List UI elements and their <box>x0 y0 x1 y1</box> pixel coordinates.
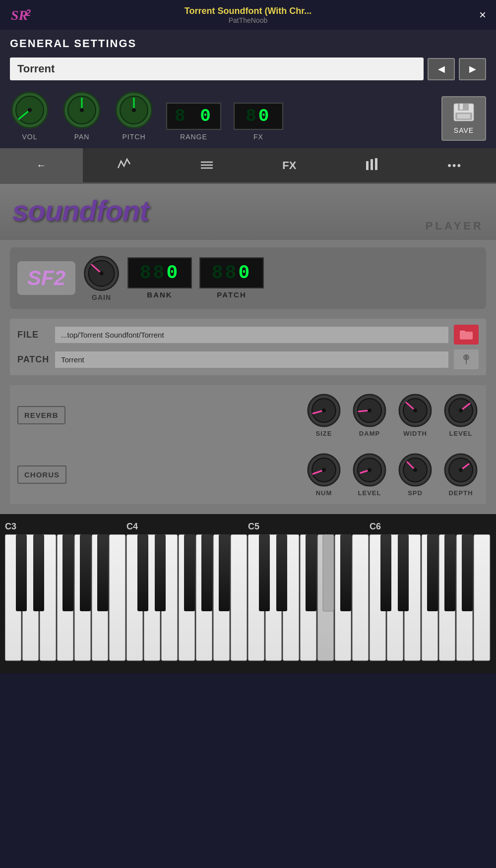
range-display[interactable]: 8 0 <box>166 103 221 130</box>
close-button[interactable]: × <box>479 8 486 22</box>
fx-label: FX <box>253 133 263 141</box>
preset-row: ◀ ▶ <box>10 58 486 80</box>
chorus-level-knob[interactable] <box>352 452 387 488</box>
svg-point-10 <box>80 108 84 112</box>
svg-point-52 <box>322 468 326 472</box>
preset-prev-button[interactable]: ◀ <box>428 58 455 80</box>
window-subtitle: PatTheNoob <box>185 16 311 24</box>
tab-back[interactable]: ← <box>0 148 83 182</box>
key-b4[interactable] <box>231 534 247 661</box>
pitch-knob-group: PITCH <box>114 90 154 141</box>
key-gs4[interactable] <box>201 534 212 611</box>
patch-display[interactable]: 880 <box>199 257 264 289</box>
gain-label: GAIN <box>92 293 111 301</box>
key-fs4[interactable] <box>184 534 195 611</box>
key-b6[interactable] <box>474 534 490 661</box>
piano-labels: C3 C4 C5 C6 <box>0 519 496 534</box>
patch-label: PATCH <box>217 290 246 299</box>
sf-title: soundfont <box>12 194 148 227</box>
vol-knob[interactable] <box>10 90 50 130</box>
sf2-section: SF2 GAIN 880 BANK <box>0 240 496 316</box>
pan-knob[interactable] <box>62 90 102 130</box>
chorus-knobs: NUM LEVEL <box>71 452 479 497</box>
vol-knob-group: VOL <box>10 90 50 141</box>
patch-row: PATCH <box>17 349 479 369</box>
chorus-depth-group: DEPTH <box>443 452 479 497</box>
piano-keys-svg[interactable]: // This will be rendered by SVG <box>5 534 491 663</box>
chorus-num-label: NUM <box>316 489 332 497</box>
key-gs3[interactable] <box>80 534 91 611</box>
tab-more[interactable]: ••• <box>413 148 496 182</box>
patch-select-button[interactable] <box>454 349 479 369</box>
key-gs6[interactable] <box>444 534 455 611</box>
chorus-num-group: NUM <box>306 452 342 497</box>
svg-rect-25 <box>375 158 377 170</box>
reverb-width-knob[interactable] <box>397 393 433 428</box>
key-gs5-active[interactable] <box>323 534 334 611</box>
key-cs6[interactable] <box>380 534 391 611</box>
reverb-level-knob[interactable] <box>443 393 479 428</box>
key-cs5[interactable] <box>259 534 270 611</box>
patch-row-label: PATCH <box>17 354 50 365</box>
range-display-group: 8 0 RANGE <box>166 103 221 141</box>
key-as6[interactable] <box>462 534 473 611</box>
key-as3[interactable] <box>97 534 108 611</box>
general-settings-panel: GENERAL SETTINGS ◀ ▶ VOL <box>0 30 496 148</box>
bank-display[interactable]: 880 <box>127 257 192 289</box>
chorus-depth-label: DEPTH <box>448 489 473 497</box>
file-input[interactable] <box>55 326 449 344</box>
svg-point-60 <box>413 468 417 472</box>
chorus-spd-knob[interactable] <box>397 452 433 488</box>
tab-envelope[interactable] <box>83 148 166 182</box>
piano-label-c6: C6 <box>370 521 491 532</box>
save-button[interactable]: SAVE <box>441 96 486 141</box>
reverb-width-label: WIDTH <box>403 430 427 437</box>
reverb-size-knob[interactable] <box>306 393 342 428</box>
tab-arp[interactable] <box>165 148 248 182</box>
key-cs4[interactable] <box>137 534 148 611</box>
key-ds4[interactable] <box>155 534 166 611</box>
chorus-depth-knob[interactable] <box>443 452 479 488</box>
key-b3[interactable] <box>109 534 125 661</box>
svg-point-64 <box>459 468 463 472</box>
key-as5[interactable] <box>340 534 351 611</box>
envelope-icon <box>117 157 131 174</box>
key-fs6[interactable] <box>427 534 438 611</box>
key-as4[interactable] <box>219 534 230 611</box>
chorus-num-knob[interactable] <box>306 452 342 488</box>
file-label: FILE <box>17 330 50 340</box>
key-ds6[interactable] <box>398 534 409 611</box>
gain-knob[interactable] <box>83 255 120 292</box>
key-ds5[interactable] <box>276 534 287 611</box>
chorus-label: CHORUS <box>17 465 66 484</box>
preset-name-input[interactable] <box>10 58 424 80</box>
title-bar-center: Torrent Soundfont (With Chr... PatTheNoo… <box>185 6 311 24</box>
sf2-logo-box: SF2 <box>17 261 75 295</box>
key-b5[interactable] <box>352 534 369 661</box>
section-title: GENERAL SETTINGS <box>10 37 486 50</box>
file-patch-section: FILE PATCH <box>0 316 496 383</box>
svg-rect-19 <box>457 114 470 118</box>
preset-next-button[interactable]: ▶ <box>459 58 486 80</box>
key-ds3[interactable] <box>33 534 44 611</box>
reverb-size-group: SIZE <box>306 393 342 437</box>
mixer-icon <box>365 157 379 174</box>
piano-keyboard[interactable]: // This will be rendered by SVG <box>0 534 496 673</box>
pan-knob-group: PAN <box>62 90 102 141</box>
reverb-damp-knob[interactable] <box>352 393 387 428</box>
patch-display-group: 880 PATCH <box>199 257 264 299</box>
pitch-label: PITCH <box>123 133 146 141</box>
pitch-knob[interactable] <box>114 90 154 130</box>
file-browse-button[interactable] <box>454 325 479 345</box>
tab-fx[interactable]: FX <box>248 148 331 182</box>
key-cs3[interactable] <box>16 534 27 611</box>
chorus-spd-label: SPD <box>408 489 423 497</box>
reverb-label: REVERB <box>17 406 65 424</box>
key-fs5[interactable] <box>306 534 316 611</box>
key-fs3[interactable] <box>62 534 73 611</box>
fx-display[interactable]: 80 <box>234 103 283 130</box>
vol-label: VOL <box>22 133 37 141</box>
tab-mixer[interactable] <box>331 148 414 182</box>
patch-input[interactable] <box>55 351 449 368</box>
tuning-fork-icon <box>460 353 472 365</box>
